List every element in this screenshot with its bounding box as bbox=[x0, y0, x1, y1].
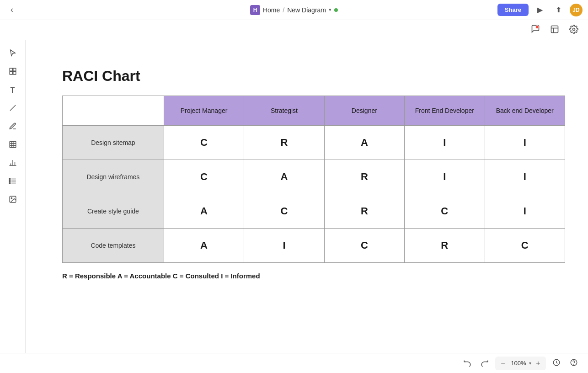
svg-rect-4 bbox=[10, 68, 12, 71]
share-button[interactable]: Share bbox=[497, 4, 529, 16]
svg-point-23 bbox=[9, 182, 10, 184]
settings-button[interactable] bbox=[567, 23, 581, 37]
header-backend-dev: Back end Developer bbox=[485, 96, 565, 126]
diagram-name-chevron[interactable]: ▾ bbox=[329, 7, 331, 13]
cell-2-2: R bbox=[324, 194, 404, 229]
cell-3-4: C bbox=[485, 229, 565, 263]
cell-0-1: R bbox=[244, 126, 324, 160]
cell-0-3: I bbox=[405, 126, 485, 160]
cursor-tool[interactable] bbox=[5, 46, 21, 62]
cell-1-3: I bbox=[405, 160, 485, 194]
zoom-chevron[interactable]: ▾ bbox=[529, 361, 531, 366]
svg-point-28 bbox=[574, 364, 574, 364]
image-icon bbox=[9, 195, 17, 205]
shapes-icon bbox=[9, 67, 17, 77]
svg-point-22 bbox=[9, 181, 10, 182]
pages-button[interactable] bbox=[548, 23, 561, 37]
row-label-0: Design sitemap bbox=[63, 126, 164, 160]
export-button[interactable]: ⬆ bbox=[551, 3, 565, 17]
pen-tool[interactable] bbox=[5, 119, 21, 135]
line-tool[interactable] bbox=[5, 101, 21, 117]
topbar: ‹ H Home / New Diagram ▾ Share ▶ ⬆ JD bbox=[0, 0, 588, 20]
list-icon bbox=[9, 177, 17, 187]
redo-icon bbox=[481, 358, 489, 368]
cell-3-2: C bbox=[324, 229, 404, 263]
raci-chart-title: RACI Chart bbox=[62, 68, 565, 85]
topbar-left: ‹ bbox=[5, 4, 18, 16]
table-row: Code templatesAICRC bbox=[63, 229, 565, 263]
shapes-tool[interactable] bbox=[5, 64, 21, 80]
table-row: Design sitemapCRAII bbox=[63, 126, 565, 160]
chart-tool[interactable] bbox=[5, 155, 21, 172]
help-icon bbox=[570, 358, 578, 368]
raci-content: RACI Chart Project Manager Strategist De… bbox=[62, 68, 565, 280]
header-empty-cell bbox=[63, 96, 164, 126]
zoom-out-button[interactable]: − bbox=[498, 358, 508, 368]
breadcrumb-separator: / bbox=[283, 6, 284, 14]
help-button[interactable] bbox=[567, 357, 581, 370]
table-header-row: Project Manager Strategist Designer Fron… bbox=[63, 96, 565, 126]
timer-icon bbox=[552, 358, 561, 368]
text-tool[interactable]: T bbox=[5, 82, 21, 99]
header-frontend-dev: Front End Developer bbox=[405, 96, 485, 126]
header-designer: Designer bbox=[324, 96, 404, 126]
cell-3-0: A bbox=[164, 229, 244, 263]
bottom-bar: − 100% ▾ + bbox=[0, 353, 588, 373]
cursor-icon bbox=[9, 49, 17, 59]
row-label-2: Create style guide bbox=[63, 194, 164, 229]
pen-icon bbox=[9, 122, 17, 132]
cell-0-4: I bbox=[485, 126, 565, 160]
secondary-toolbar bbox=[0, 20, 588, 40]
image-tool[interactable] bbox=[5, 192, 21, 208]
zoom-in-button[interactable]: + bbox=[533, 358, 543, 368]
cell-0-0: C bbox=[164, 126, 244, 160]
left-sidebar: T bbox=[0, 40, 26, 353]
main-layout: T bbox=[0, 40, 588, 353]
cell-1-0: C bbox=[164, 160, 244, 194]
cell-2-3: C bbox=[405, 194, 485, 229]
svg-point-25 bbox=[11, 197, 12, 198]
home-breadcrumb[interactable]: Home bbox=[263, 6, 280, 14]
table-row: Create style guideACRCI bbox=[63, 194, 565, 229]
svg-point-3 bbox=[573, 28, 575, 30]
pages-icon bbox=[550, 25, 559, 36]
table-icon bbox=[9, 140, 17, 150]
cell-0-2: A bbox=[324, 126, 404, 160]
cell-1-2: R bbox=[324, 160, 404, 194]
svg-rect-5 bbox=[13, 68, 16, 71]
redo-button[interactable] bbox=[478, 357, 492, 370]
timer-button[interactable] bbox=[550, 357, 563, 370]
topbar-right: Share ▶ ⬆ JD bbox=[497, 3, 583, 17]
svg-point-21 bbox=[9, 178, 10, 180]
row-label-1: Design wireframes bbox=[63, 160, 164, 194]
cell-2-1: C bbox=[244, 194, 324, 229]
row-label-3: Code templates bbox=[63, 229, 164, 263]
cell-2-4: I bbox=[485, 194, 565, 229]
raci-table: Project Manager Strategist Designer Fron… bbox=[62, 96, 565, 263]
back-button[interactable]: ‹ bbox=[5, 4, 18, 16]
back-icon: ‹ bbox=[11, 5, 13, 15]
comment-button[interactable] bbox=[529, 23, 542, 37]
cell-1-4: I bbox=[485, 160, 565, 194]
cell-3-3: R bbox=[405, 229, 485, 263]
svg-rect-6 bbox=[10, 72, 12, 75]
canvas-area[interactable]: RACI Chart Project Manager Strategist De… bbox=[26, 40, 588, 353]
header-project-manager: Project Manager bbox=[164, 96, 244, 126]
raci-legend: R = Responsible A = Accountable C = Cons… bbox=[62, 272, 565, 280]
undo-icon bbox=[463, 358, 471, 368]
brand-icon: H bbox=[250, 5, 260, 15]
text-icon: T bbox=[11, 86, 15, 95]
svg-rect-0 bbox=[551, 26, 558, 32]
table-row: Design wireframesCARII bbox=[63, 160, 565, 194]
comment-icon bbox=[531, 24, 540, 36]
list-tool[interactable] bbox=[5, 174, 21, 190]
user-avatar[interactable]: JD bbox=[570, 4, 583, 16]
cell-2-0: A bbox=[164, 194, 244, 229]
topbar-center: H Home / New Diagram ▾ bbox=[250, 5, 338, 15]
undo-button[interactable] bbox=[460, 357, 474, 370]
diagram-name[interactable]: New Diagram bbox=[287, 6, 326, 14]
table-tool[interactable] bbox=[5, 137, 21, 154]
svg-rect-9 bbox=[10, 141, 16, 148]
play-button[interactable]: ▶ bbox=[533, 3, 547, 17]
zoom-value: 100% bbox=[510, 360, 527, 367]
